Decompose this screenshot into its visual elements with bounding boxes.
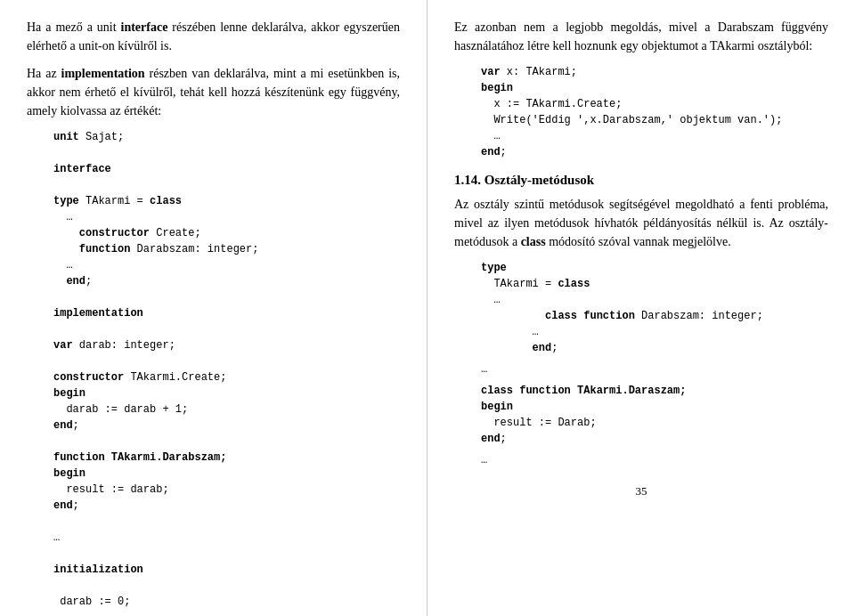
- section-title: 1.14. Osztály-metódusok: [454, 173, 828, 188]
- right-ellipsis1: …: [481, 363, 828, 376]
- right-code1: var x: TAkarmi; begin x := TAkarmi.Creat…: [481, 64, 828, 160]
- page-left: Ha a mező a unit interface részében lenn…: [0, 0, 428, 616]
- right-ellipsis2: …: [481, 454, 828, 466]
- left-code-block: unit Sajat; interface type TAkarmi = cla…: [53, 129, 400, 616]
- left-para1: Ha a mező a unit interface részében lenn…: [27, 18, 400, 55]
- left-para2: Ha az implementation részben van deklará…: [27, 64, 400, 120]
- page-container: Ha a mező a unit interface részében lenn…: [0, 0, 855, 616]
- page-right: Ez azonban nem a legjobb megoldás, mivel…: [428, 0, 855, 616]
- right-para1: Ez azonban nem a legjobb megoldás, mivel…: [454, 18, 828, 55]
- right-code3: class function TAkarmi.Daraszam; begin r…: [481, 383, 828, 447]
- right-page-number: 35: [454, 484, 828, 498]
- right-code2: type TAkarmi = class … class function Da…: [481, 260, 828, 356]
- right-para2: Az osztály szintű metódusok segítségével…: [454, 195, 828, 251]
